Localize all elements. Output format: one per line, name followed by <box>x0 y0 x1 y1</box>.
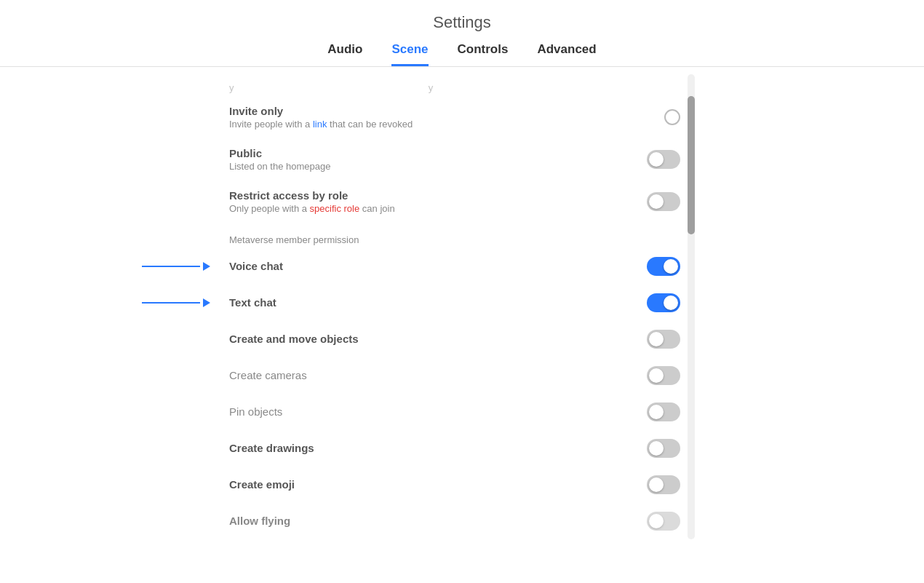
invite-only-label: Invite only <box>229 105 650 117</box>
page-header: Settings Audio Scene Controls Advanced <box>0 0 924 67</box>
allow-flying-toggle[interactable] <box>647 512 680 531</box>
restrict-access-info: Restrict access by role Only people with… <box>229 189 647 214</box>
text-chat-row: Text chat <box>229 285 680 321</box>
create-move-objects-label: Create and move objects <box>229 333 632 345</box>
allow-flying-label: Allow flying <box>229 515 632 527</box>
create-drawings-toggle[interactable] <box>647 439 680 458</box>
pin-objects-label: Pin objects <box>229 405 632 418</box>
arrow-line-2 <box>142 302 200 304</box>
create-move-objects-toggle[interactable] <box>647 330 680 349</box>
voice-chat-toggle[interactable] <box>647 257 680 276</box>
invite-only-info: Invite only Invite people with a link th… <box>229 105 664 130</box>
section-header-permission: Metaverse member permission <box>229 223 680 248</box>
scrollbar-thumb[interactable] <box>688 96 695 234</box>
restrict-access-row: Restrict access by role Only people with… <box>229 181 680 223</box>
invite-only-radio[interactable] <box>664 109 680 125</box>
voice-chat-row: Voice chat <box>229 248 680 285</box>
voice-chat-label: Voice chat <box>229 260 632 272</box>
allow-flying-info: Allow flying <box>229 515 647 528</box>
voice-chat-arrow <box>142 262 210 271</box>
page-title: Settings <box>0 13 924 32</box>
arrow-head-2 <box>203 298 210 307</box>
tabs: Audio Scene Controls Advanced <box>0 42 924 66</box>
create-cameras-label: Create cameras <box>229 369 632 381</box>
tab-advanced[interactable]: Advanced <box>537 42 596 66</box>
tab-audio[interactable]: Audio <box>327 42 362 66</box>
scrollbar-track[interactable] <box>688 74 695 539</box>
tab-scene[interactable]: Scene <box>391 42 428 66</box>
create-move-objects-row: Create and move objects <box>229 321 680 357</box>
public-label: Public <box>229 147 632 159</box>
invite-only-row: Invite only Invite people with a link th… <box>229 96 680 138</box>
scroll-fade-text: y y <box>229 82 433 93</box>
create-emoji-toggle[interactable] <box>647 475 680 494</box>
public-row: Public Listed on the homepage <box>229 138 680 181</box>
text-chat-toggle[interactable] <box>647 293 680 312</box>
create-cameras-row: Create cameras <box>229 357 680 394</box>
pin-objects-row: Pin objects <box>229 394 680 430</box>
text-chat-label: Text chat <box>229 296 632 309</box>
text-chat-arrow <box>142 298 210 307</box>
create-drawings-row: Create drawings <box>229 430 680 467</box>
invite-only-description: Invite people with a link that can be re… <box>229 119 650 130</box>
create-move-objects-info: Create and move objects <box>229 333 647 346</box>
create-drawings-info: Create drawings <box>229 442 647 456</box>
tab-controls[interactable]: Controls <box>458 42 509 66</box>
voice-chat-info: Voice chat <box>229 260 647 274</box>
pin-objects-info: Pin objects <box>229 405 647 419</box>
create-emoji-label: Create emoji <box>229 478 632 491</box>
restrict-access-description: Only people with a specific role can joi… <box>229 203 632 214</box>
allow-flying-row: Allow flying <box>229 503 680 539</box>
create-emoji-info: Create emoji <box>229 478 647 492</box>
restrict-access-label: Restrict access by role <box>229 189 632 202</box>
create-emoji-row: Create emoji <box>229 467 680 503</box>
restrict-access-toggle[interactable] <box>647 192 680 211</box>
text-chat-info: Text chat <box>229 296 647 310</box>
create-cameras-info: Create cameras <box>229 369 647 383</box>
pin-objects-toggle[interactable] <box>647 402 680 421</box>
public-description: Listed on the homepage <box>229 161 632 172</box>
create-cameras-toggle[interactable] <box>647 366 680 385</box>
settings-wrapper: y y Invite only Invite people with a lin… <box>229 74 695 539</box>
arrow-line <box>142 266 200 267</box>
public-info: Public Listed on the homepage <box>229 147 647 172</box>
settings-panel: y y Invite only Invite people with a lin… <box>229 74 680 539</box>
public-toggle[interactable] <box>647 150 680 169</box>
arrow-head <box>203 262 210 271</box>
main-content: y y Invite only Invite people with a lin… <box>0 67 924 539</box>
create-drawings-label: Create drawings <box>229 442 632 454</box>
